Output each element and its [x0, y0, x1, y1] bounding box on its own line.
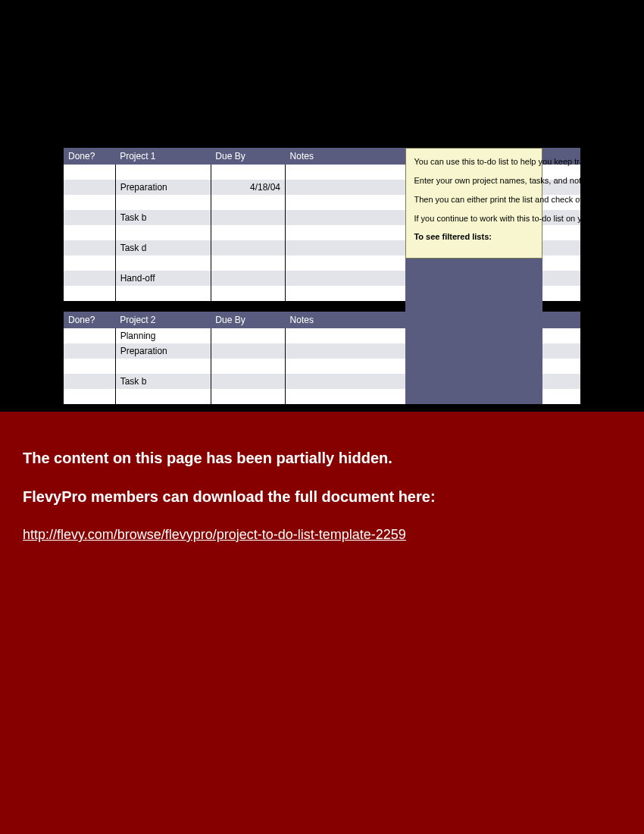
- tip-p3: Then you can either print the list and c…: [414, 194, 534, 205]
- tip-p5: To see filtered lists:: [414, 231, 534, 243]
- project1-header: Done? Project 1 Due By Notes You can use…: [64, 148, 580, 165]
- instructions-note: You can use this to-do list to help you …: [405, 148, 542, 259]
- due-cell[interactable]: [211, 374, 285, 389]
- done-cell[interactable]: [64, 389, 115, 404]
- task-cell[interactable]: [115, 225, 211, 240]
- col-notes[interactable]: Notes: [286, 148, 406, 165]
- task-cell[interactable]: Planning: [115, 328, 211, 343]
- done-cell[interactable]: [64, 165, 115, 180]
- done-cell[interactable]: [64, 271, 115, 286]
- done-cell[interactable]: [64, 374, 115, 389]
- task-cell[interactable]: [115, 286, 211, 301]
- col-due[interactable]: Due By: [211, 148, 285, 165]
- tip-p1: You can use this to-do list to help you …: [414, 156, 534, 168]
- task-cell[interactable]: Hand-off: [115, 271, 211, 286]
- notes-cell[interactable]: [286, 240, 406, 256]
- tip-cell: You can use this to-do list to help you …: [405, 148, 542, 404]
- done-cell[interactable]: [64, 180, 115, 195]
- due-cell[interactable]: [211, 328, 285, 343]
- done-cell[interactable]: [64, 328, 115, 343]
- due-cell[interactable]: [211, 389, 285, 404]
- done-cell[interactable]: [64, 225, 115, 240]
- notes-cell[interactable]: [286, 195, 406, 210]
- task-cell[interactable]: [115, 165, 211, 180]
- due-cell[interactable]: [211, 225, 285, 240]
- due-cell[interactable]: [211, 210, 285, 225]
- col-notes[interactable]: Notes: [286, 312, 406, 328]
- task-cell[interactable]: [115, 389, 211, 404]
- due-cell[interactable]: [211, 165, 285, 180]
- paywall-overlay: The content on this page has been partia…: [0, 412, 644, 834]
- overlay-line1: The content on this page has been partia…: [23, 450, 621, 467]
- task-cell[interactable]: Preparation: [115, 343, 211, 359]
- task-cell[interactable]: Task d: [115, 240, 211, 256]
- due-cell[interactable]: 4/18/04: [211, 180, 285, 195]
- overlay-link[interactable]: http://flevy.com/browse/flevypro/project…: [23, 527, 406, 542]
- due-cell[interactable]: [211, 256, 285, 271]
- done-cell[interactable]: [64, 256, 115, 271]
- due-cell[interactable]: [211, 195, 285, 210]
- done-cell[interactable]: [64, 210, 115, 225]
- col-project[interactable]: Project 1: [115, 148, 211, 165]
- spreadsheet-area: Done? Project 1 Due By Notes You can use…: [64, 148, 580, 404]
- overlay-line2: FlevyPro members can download the full d…: [23, 488, 621, 506]
- done-cell[interactable]: [64, 343, 115, 359]
- col-ext: [542, 312, 580, 328]
- notes-cell[interactable]: [286, 210, 406, 225]
- task-cell[interactable]: Task b: [115, 210, 211, 225]
- tip-p2: Enter your own project names, tasks, and…: [414, 175, 534, 187]
- done-cell[interactable]: [64, 195, 115, 210]
- notes-cell[interactable]: [286, 180, 406, 195]
- task-cell[interactable]: Task b: [115, 374, 211, 389]
- notes-cell[interactable]: [286, 256, 406, 271]
- notes-cell[interactable]: [286, 374, 406, 389]
- task-cell[interactable]: [115, 256, 211, 271]
- notes-cell[interactable]: [286, 271, 406, 286]
- notes-cell[interactable]: [286, 225, 406, 240]
- notes-cell[interactable]: [286, 328, 406, 343]
- done-cell[interactable]: [64, 286, 115, 301]
- task-cell[interactable]: [115, 195, 211, 210]
- due-cell[interactable]: [211, 343, 285, 359]
- due-cell[interactable]: [211, 286, 285, 301]
- done-cell[interactable]: [64, 359, 115, 374]
- notes-cell[interactable]: [286, 343, 406, 359]
- due-cell[interactable]: [211, 240, 285, 256]
- task-cell[interactable]: Preparation: [115, 180, 211, 195]
- notes-cell[interactable]: [286, 286, 406, 301]
- notes-cell[interactable]: [286, 359, 406, 374]
- notes-cell[interactable]: [286, 389, 406, 404]
- col-done[interactable]: Done?: [64, 312, 115, 328]
- due-cell[interactable]: [211, 359, 285, 374]
- col-project[interactable]: Project 2: [115, 312, 211, 328]
- col-done[interactable]: Done?: [64, 148, 115, 165]
- task-cell[interactable]: [115, 359, 211, 374]
- done-cell[interactable]: [64, 240, 115, 256]
- tip-p4: If you continue to work with this to-do …: [414, 213, 534, 224]
- due-cell[interactable]: [211, 271, 285, 286]
- notes-cell[interactable]: [286, 165, 406, 180]
- todo-table: Done? Project 1 Due By Notes You can use…: [64, 148, 580, 404]
- col-due[interactable]: Due By: [211, 312, 285, 328]
